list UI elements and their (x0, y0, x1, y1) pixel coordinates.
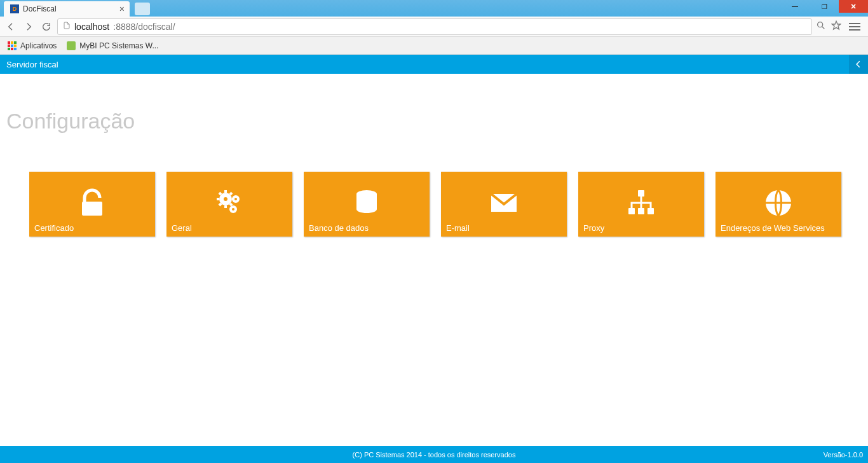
bookmark-favicon-icon (67, 41, 76, 50)
collapse-button[interactable] (849, 55, 868, 74)
envelope-icon (489, 188, 519, 221)
tile-certificado[interactable]: Certificado (29, 172, 155, 237)
window-close-button[interactable]: × (839, 0, 868, 13)
browser-tab[interactable]: D DocFiscal × (4, 1, 130, 17)
forward-button[interactable] (22, 20, 36, 34)
bookmarks-bar: Aplicativos MyBI PC Sistemas W... (0, 37, 868, 55)
tile-label: Certificado (34, 223, 74, 233)
sitemap-icon (626, 188, 656, 221)
gears-icon (214, 188, 245, 221)
apps-label: Aplicativos (20, 41, 57, 50)
footer-copyright: (C) PC Sistemas 2014 - todos os direitos… (353, 451, 516, 459)
app-header-title: Servidor fiscal (6, 60, 58, 69)
database-icon (351, 188, 382, 221)
tile-label: Endereços de Web Services (721, 223, 825, 233)
globe-icon (763, 188, 794, 221)
address-bar-row: localhost:8888/docfiscal/ (0, 17, 868, 37)
svg-point-5 (224, 197, 227, 201)
tab-strip: D DocFiscal × ❐ × (0, 0, 868, 17)
tile-label: Proxy (583, 223, 604, 233)
menu-icon[interactable] (849, 21, 860, 32)
star-icon[interactable] (831, 20, 841, 33)
app-footer: (C) PC Sistemas 2014 - todos os direitos… (0, 446, 868, 463)
tab-favicon-icon: D (10, 4, 19, 13)
back-button[interactable] (4, 20, 18, 34)
svg-point-7 (234, 198, 237, 200)
svg-rect-15 (648, 208, 654, 214)
tab-title: DocFiscal (23, 4, 57, 13)
bookmark-item[interactable]: MyBI PC Sistemas W... (67, 41, 158, 50)
svg-point-0 (818, 22, 823, 27)
tile-banco-de-dados[interactable]: Banco de dados (304, 172, 430, 237)
tile-label: E-mail (446, 223, 470, 233)
reload-button[interactable] (39, 20, 53, 34)
tile-label: Banco de dados (309, 223, 369, 233)
page-body: Configuração Certificado Geral (0, 74, 868, 446)
tile-email[interactable]: E-mail (441, 172, 567, 237)
close-tab-icon[interactable]: × (119, 4, 125, 14)
app-header: Servidor fiscal (0, 55, 868, 74)
url-host: localhost (74, 22, 109, 32)
address-bar[interactable]: localhost:8888/docfiscal/ (57, 18, 812, 35)
apps-icon (8, 41, 17, 50)
svg-marker-2 (832, 21, 840, 29)
unlock-icon (77, 188, 107, 221)
tile-webservices[interactable]: Endereços de Web Services (715, 172, 841, 237)
new-tab-button[interactable] (135, 3, 150, 15)
browser-chrome: D DocFiscal × ❐ × localhost:8888/docfisc… (0, 0, 868, 55)
svg-rect-12 (638, 190, 644, 197)
page-title: Configuração (6, 109, 862, 134)
tile-proxy[interactable]: Proxy (578, 172, 704, 237)
page-icon (63, 21, 71, 32)
apps-shortcut[interactable]: Aplicativos (8, 41, 57, 50)
window-controls: ❐ × (780, 0, 868, 13)
svg-point-9 (232, 208, 234, 211)
minimize-button[interactable] (780, 0, 810, 13)
svg-rect-13 (628, 208, 635, 214)
svg-rect-3 (82, 202, 102, 216)
search-icon[interactable] (816, 20, 826, 33)
svg-rect-14 (638, 208, 644, 214)
tile-label: Geral (172, 223, 192, 233)
tile-grid: Certificado Geral Banco de dados (6, 172, 862, 237)
bookmark-label: MyBI PC Sistemas W... (79, 41, 158, 50)
omnibox-right-icons (816, 20, 864, 33)
url-path: :8888/docfiscal/ (113, 22, 175, 32)
tile-geral[interactable]: Geral (166, 172, 292, 237)
footer-version: Versão-1.0.0 (824, 451, 863, 459)
maximize-button[interactable]: ❐ (810, 0, 839, 13)
svg-line-1 (822, 26, 825, 29)
